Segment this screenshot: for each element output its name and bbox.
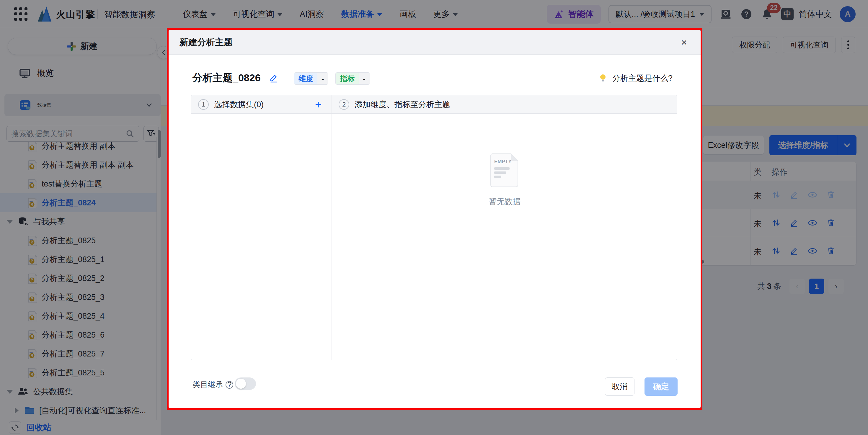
empty-document-icon: EMPTY: [490, 152, 520, 188]
step2-header: 2 添加维度、指标至分析主题: [339, 95, 450, 113]
badge-label: 指标: [336, 73, 359, 85]
step1-number: 1: [198, 99, 209, 110]
modal-header: 新建分析主题 ×: [168, 30, 701, 55]
builder-panels: 1 选择数据集(0) + 2 添加维度、指标至分析主题 EMPTY 暂无数据: [191, 95, 677, 360]
badge-指标: 指标-: [335, 72, 370, 85]
theme-name: 分析主题_0826: [192, 71, 261, 85]
svg-text:EMPTY: EMPTY: [494, 159, 512, 164]
empty-state-text: 暂无数据: [489, 196, 521, 207]
badge-维度: 维度-: [294, 72, 328, 85]
category-inherit-toggle[interactable]: [235, 377, 256, 390]
badge-value: -: [317, 73, 328, 85]
step1-title: 选择数据集(0): [214, 99, 264, 110]
help-link-label: 分析主题是什么?: [612, 73, 673, 83]
count-badges: 维度-指标-: [294, 72, 370, 85]
toggle-knob: [236, 379, 246, 389]
step2-title: 添加维度、指标至分析主题: [354, 99, 450, 110]
modal-title: 新建分析主题: [180, 36, 232, 48]
edit-icon[interactable]: [269, 73, 279, 83]
close-icon[interactable]: ×: [676, 35, 692, 50]
step1-header: 1 选择数据集(0): [198, 95, 264, 113]
lightbulb-icon: [598, 73, 608, 83]
empty-state: EMPTY 暂无数据: [332, 113, 678, 360]
badge-label: 维度: [294, 73, 317, 85]
cancel-button[interactable]: 取消: [605, 377, 634, 396]
category-inherit-label: 类目继承 ? :: [192, 379, 238, 390]
help-link[interactable]: 分析主题是什么?: [598, 73, 673, 83]
help-circle-icon[interactable]: ?: [225, 381, 233, 389]
new-analysis-theme-modal: 新建分析主题 × 分析主题_0826 维度-指标- 分析主题是什么? 1 选择数…: [168, 30, 701, 408]
step2-number: 2: [339, 99, 349, 110]
app-root: 火山引擎 智能数据洞察 仪表盘可视化查询AI洞察数据准备画板更多 智能体 默认.…: [0, 0, 868, 435]
confirm-button[interactable]: 确定: [645, 377, 678, 396]
add-dataset-button[interactable]: +: [311, 98, 325, 111]
badge-value: -: [359, 73, 369, 85]
